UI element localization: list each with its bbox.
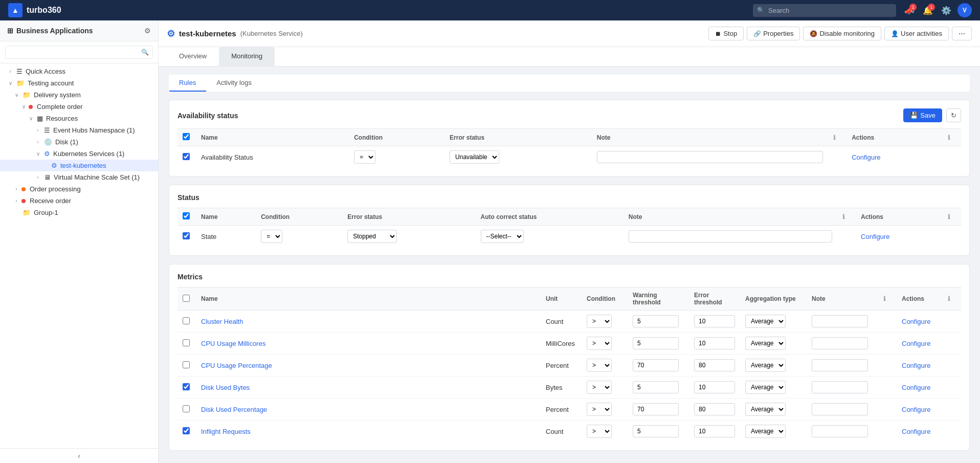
warning-threshold-input[interactable] (633, 381, 679, 393)
condition-select[interactable]: ><=>=<= (587, 359, 612, 372)
configure-link[interactable]: Configure (861, 233, 889, 240)
aggregation-select[interactable]: AverageSumMinMaxCount (745, 315, 786, 328)
sidebar-search-input[interactable] (5, 46, 153, 59)
aggregation-select[interactable]: AverageSumMinMaxCount (745, 425, 786, 438)
note-input[interactable] (597, 151, 823, 163)
user-activities-button[interactable]: 👤 User activities (884, 27, 949, 40)
sidebar-item-group-1[interactable]: 📁 Group-1 (0, 207, 158, 218)
note-input[interactable] (812, 315, 868, 327)
condition-select[interactable]: ><=>=<= (587, 403, 612, 416)
disable-monitoring-button[interactable]: 🔕 Disable monitoring (803, 27, 881, 40)
error-threshold-input[interactable] (694, 359, 735, 371)
error-threshold-input[interactable] (694, 337, 735, 349)
row-checkbox[interactable] (183, 153, 190, 160)
megaphone-button[interactable]: 📣 1 (902, 4, 917, 17)
tab-monitoring[interactable]: Monitoring (219, 47, 275, 66)
sidebar-settings-button[interactable]: ⚙ (144, 27, 151, 35)
user-avatar[interactable]: V (957, 3, 972, 17)
sidebar-item-resources[interactable]: ∨ ▦ Resources (0, 113, 158, 124)
condition-select[interactable]: ><=>=<= (587, 315, 612, 328)
configure-link[interactable]: Configure (852, 153, 880, 161)
aggregation-select[interactable]: AverageSumMinMaxCount (745, 337, 786, 350)
select-all-checkbox[interactable] (183, 133, 190, 140)
configure-link[interactable]: Configure (902, 428, 930, 435)
configure-link[interactable]: Configure (902, 362, 930, 369)
aggregation-select[interactable]: AverageSumMinMaxCount (745, 359, 786, 372)
sidebar-item-disk[interactable]: › 💿 Disk (1) (0, 136, 158, 148)
note-input[interactable] (812, 425, 868, 437)
configure-link[interactable]: Configure (902, 384, 930, 391)
inner-tab-rules[interactable]: Rules (169, 75, 206, 92)
save-button[interactable]: 💾 Save (903, 108, 942, 122)
warning-threshold-input[interactable] (633, 359, 679, 371)
sidebar-item-kubernetes-services[interactable]: ∨ ⚙ Kubernetes Services (1) (0, 148, 158, 160)
row-checkbox[interactable] (183, 427, 190, 434)
info-icon[interactable]: ℹ (833, 134, 836, 141)
note-input[interactable] (812, 403, 868, 415)
info-icon[interactable]: ℹ (948, 134, 950, 141)
warning-threshold-input[interactable] (633, 425, 679, 437)
metric-name-link[interactable]: Cluster Health (201, 318, 243, 325)
metric-name-link[interactable]: Disk Used Bytes (201, 384, 250, 391)
sidebar-item-order-processing[interactable]: › Order processing (0, 183, 158, 195)
sidebar-item-quick-access[interactable]: › ☰ Quick Access (0, 65, 158, 77)
configure-link[interactable]: Configure (902, 340, 930, 347)
error-status-select[interactable]: StoppedUnavailableDegraded (347, 230, 397, 243)
error-threshold-input[interactable] (694, 403, 735, 415)
warning-threshold-input[interactable] (633, 337, 679, 349)
sidebar-item-event-hubs[interactable]: › ☰ Event Hubs Namespace (1) (0, 124, 158, 136)
row-checkbox[interactable] (183, 317, 190, 324)
bell-button[interactable]: 🔔 1 (921, 4, 935, 17)
select-all-metrics-checkbox[interactable] (183, 295, 190, 302)
info-icon[interactable]: ℹ (842, 213, 845, 221)
note-input[interactable] (629, 230, 832, 242)
configure-link[interactable]: Configure (902, 406, 930, 413)
more-button[interactable]: ⋯ (952, 27, 972, 40)
sidebar-item-vm-scale-set[interactable]: › 🖥 Virtual Machine Scale Set (1) (0, 171, 158, 183)
metric-name-link[interactable]: CPU Usage Percentage (201, 362, 272, 369)
error-status-select[interactable]: UnavailableStoppedDegraded (450, 150, 499, 164)
error-threshold-input[interactable] (694, 315, 735, 327)
settings-button[interactable]: ⚙️ (939, 4, 953, 17)
row-checkbox[interactable] (183, 383, 190, 390)
sidebar-collapse-button[interactable]: ‹ (0, 448, 158, 463)
metric-name-link[interactable]: Inflight Requests (201, 428, 251, 435)
configure-link[interactable]: Configure (902, 318, 930, 325)
sidebar-item-receive-order[interactable]: › Receive order (0, 195, 158, 207)
note-input[interactable] (812, 359, 868, 371)
condition-select[interactable]: =>< (354, 150, 375, 164)
condition-select[interactable]: =>< (261, 230, 282, 243)
error-threshold-input[interactable] (694, 425, 735, 437)
aggregation-select[interactable]: AverageSumMinMaxCount (745, 403, 786, 416)
info-icon[interactable]: ℹ (948, 213, 950, 221)
properties-button[interactable]: 🔗 Properties (747, 27, 800, 40)
warning-threshold-input[interactable] (633, 315, 679, 327)
condition-select[interactable]: ><=>=<= (587, 337, 612, 350)
select-all-checkbox[interactable] (183, 212, 190, 219)
inner-tab-activity-logs[interactable]: Activity logs (206, 75, 262, 92)
note-input[interactable] (812, 381, 868, 393)
tab-overview[interactable]: Overview (167, 47, 219, 66)
row-checkbox[interactable] (183, 405, 190, 412)
row-checkbox[interactable] (183, 339, 190, 346)
stop-button[interactable]: ⏹ Stop (708, 27, 744, 40)
row-checkbox[interactable] (183, 232, 190, 239)
info-icon[interactable]: ℹ (883, 295, 886, 302)
row-checkbox[interactable] (183, 361, 190, 368)
aggregation-select[interactable]: AverageSumMinMaxCount (745, 381, 786, 394)
sidebar-item-complete-order[interactable]: ∨ Complete order (0, 101, 158, 113)
sidebar-item-test-kubernetes[interactable]: ⚙ test-kubernetes (0, 160, 158, 171)
condition-select[interactable]: ><=>=<= (587, 381, 612, 394)
condition-select[interactable]: ><=>=<= (587, 425, 612, 438)
note-input[interactable] (812, 337, 868, 349)
metric-name-link[interactable]: Disk Used Percentage (201, 406, 267, 413)
metric-name-link[interactable]: CPU Usage Millicores (201, 340, 265, 347)
search-input[interactable] (753, 4, 896, 17)
error-threshold-input[interactable] (694, 381, 735, 393)
auto-correct-select[interactable]: --Select--YesNo (481, 230, 524, 243)
warning-threshold-input[interactable] (633, 403, 679, 415)
sidebar-item-delivery-system[interactable]: ∨ 📁 Delivery system (0, 89, 158, 101)
sidebar-item-testing-account[interactable]: ∨ 📁 Testing account (0, 77, 158, 89)
refresh-button[interactable]: ↻ (946, 108, 961, 122)
info-icon[interactable]: ℹ (948, 295, 950, 302)
